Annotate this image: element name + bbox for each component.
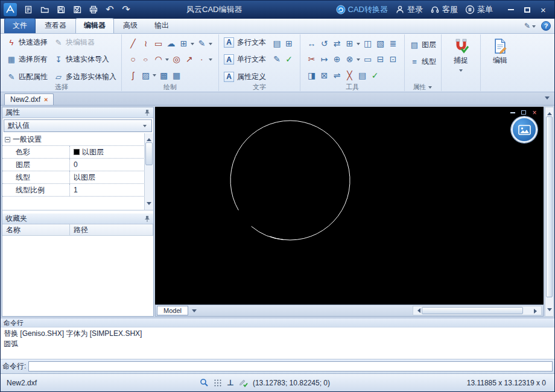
tab-advanced[interactable]: 高级	[115, 19, 145, 33]
command-input[interactable]	[28, 361, 553, 371]
viewport-restore-button[interactable]	[519, 109, 528, 116]
tab-file[interactable]: 文件	[4, 18, 36, 33]
app-logo-icon[interactable]	[4, 3, 17, 16]
arc-icon[interactable]: ◠	[152, 53, 165, 66]
ortho-icon[interactable]: ⊥	[227, 378, 234, 387]
fillet-icon[interactable]: ⊡	[387, 53, 399, 66]
drawing-canvas[interactable]: ×	[155, 107, 544, 305]
chamfer-icon[interactable]: ◨	[305, 69, 318, 81]
scale-icon[interactable]: ▧	[374, 37, 387, 50]
attribute-define-button[interactable]: A属性定义	[224, 70, 266, 83]
tab-viewer[interactable]: 查看器	[37, 19, 74, 33]
move-icon[interactable]: ↔	[305, 37, 318, 50]
revision-cloud-icon[interactable]: ☁	[165, 37, 177, 50]
break-icon[interactable]: ⊠	[318, 69, 331, 81]
save-as-button[interactable]	[69, 2, 85, 17]
line-icon[interactable]: ╱	[127, 37, 139, 50]
extend-icon[interactable]: ↦	[318, 53, 331, 66]
tree-collapse-icon[interactable]	[5, 137, 10, 142]
text-style-icon[interactable]: ▤	[271, 37, 284, 50]
property-value[interactable]: 以图层	[82, 147, 104, 157]
export-image-button[interactable]	[511, 116, 538, 143]
close-button[interactable]: ×	[535, 2, 551, 17]
explode-icon[interactable]: ⊗	[343, 53, 356, 66]
linetype-button[interactable]: ≡线型	[410, 55, 436, 68]
join-icon[interactable]: ⇌	[331, 69, 343, 81]
ray-icon[interactable]: ↗	[183, 53, 195, 66]
command-history[interactable]: 替换 [Geniso.SHX] 字体为 [SIMPLEX.SHX] 圆弧	[1, 327, 554, 359]
chevron-down-icon[interactable]	[153, 74, 156, 78]
rotate-icon[interactable]: ↺	[318, 37, 331, 50]
check-icon[interactable]: ✓	[369, 69, 381, 81]
pin-icon[interactable]	[144, 215, 150, 222]
print-button[interactable]	[86, 2, 101, 17]
new-file-button[interactable]	[21, 2, 36, 17]
chevron-down-icon[interactable]	[357, 43, 360, 47]
block-editor-button[interactable]: ✎块编辑器	[54, 36, 116, 49]
property-row-layer[interactable]: 图层 0	[2, 159, 153, 171]
quick-select-button[interactable]: ϟ快速选择	[7, 36, 48, 49]
property-tree-row[interactable]: 一般设置	[2, 133, 153, 146]
document-tab-close-icon[interactable]: ×	[44, 96, 48, 103]
stretch-icon[interactable]: ▭	[361, 53, 374, 66]
tab-editor[interactable]: 编辑器	[75, 18, 114, 33]
snap-button[interactable]: 捕捉	[446, 36, 475, 74]
property-preset-dropdown[interactable]: 默认值	[4, 119, 152, 132]
layer-button[interactable]: ▤图层	[410, 38, 436, 51]
chevron-down-icon[interactable]	[357, 58, 360, 63]
property-grid-scrollbar[interactable]	[144, 133, 153, 210]
command-panel-header[interactable]: 命令行	[1, 318, 554, 327]
property-value[interactable]: 0	[74, 160, 78, 169]
style-picker-button[interactable]: ✎	[524, 22, 537, 30]
document-tab[interactable]: New2.dxf ×	[4, 93, 54, 105]
table-icon[interactable]: ▦	[170, 69, 183, 81]
hatch-icon[interactable]: ▨	[139, 69, 152, 81]
osnap-icon[interactable]	[239, 378, 248, 387]
favorites-list[interactable]	[2, 236, 153, 316]
save-button[interactable]	[53, 2, 69, 17]
menu-button[interactable]: 菜单	[465, 4, 493, 15]
field-icon[interactable]: ⊞	[283, 37, 296, 50]
array-icon[interactable]: ⊞	[343, 37, 356, 50]
redo-button[interactable]: ↷	[118, 2, 134, 17]
rectangle-icon[interactable]: ▭	[152, 37, 165, 50]
scrollbar-thumb[interactable]	[546, 116, 553, 297]
ellipse-icon[interactable]: ○	[139, 55, 152, 64]
scrollbar-thumb[interactable]	[422, 307, 523, 314]
list-icon[interactable]: ≣	[387, 37, 399, 50]
login-button[interactable]: 登录	[395, 4, 423, 15]
favorites-column-path[interactable]: 路径	[70, 224, 153, 235]
chevron-down-icon[interactable]	[191, 43, 194, 47]
property-value[interactable]: 1	[74, 186, 78, 194]
grid-snap-icon[interactable]	[214, 379, 222, 387]
multiline-text-button[interactable]: A多行文本	[224, 36, 266, 49]
gradient-icon[interactable]: ▩	[157, 69, 170, 81]
spline-icon[interactable]: ʃ	[127, 69, 139, 81]
chevron-down-icon[interactable]	[209, 43, 212, 47]
property-row-linetype[interactable]: 线型 以图层	[2, 171, 153, 184]
help-button[interactable]: ?	[541, 21, 551, 31]
single-line-text-button[interactable]: A单行文本	[224, 53, 266, 66]
chevron-down-icon[interactable]	[459, 69, 463, 74]
region-icon[interactable]: ⊞	[177, 37, 190, 50]
cad-converter-button[interactable]: CAD转换器	[336, 4, 388, 15]
property-value[interactable]: 以图层	[74, 172, 95, 183]
minimize-button[interactable]	[503, 2, 519, 17]
property-row-linetype-scale[interactable]: 线型比例 1	[2, 184, 153, 197]
offset-icon[interactable]: ⊕	[331, 53, 343, 66]
edit-button[interactable]: 编辑	[486, 36, 515, 66]
scroll-up-icon[interactable]	[547, 110, 552, 115]
vertical-scrollbar[interactable]	[545, 107, 554, 317]
erase-icon[interactable]: ⊟	[374, 53, 387, 66]
select-all-button[interactable]: ▦选择所有	[7, 53, 48, 66]
zoom-icon[interactable]	[200, 378, 209, 387]
mirror-icon[interactable]: ⇄	[331, 37, 343, 50]
polyline-icon[interactable]: ≀	[139, 37, 152, 50]
pin-icon[interactable]	[144, 109, 150, 116]
open-file-button[interactable]	[37, 2, 52, 17]
panel-menu-chevron-icon[interactable]	[545, 96, 550, 102]
chevron-down-icon[interactable]	[428, 86, 432, 90]
model-tab[interactable]: Model	[157, 306, 188, 315]
property-row-color[interactable]: 色彩 以图层	[2, 146, 153, 159]
scrollbar-thumb[interactable]	[145, 142, 153, 165]
